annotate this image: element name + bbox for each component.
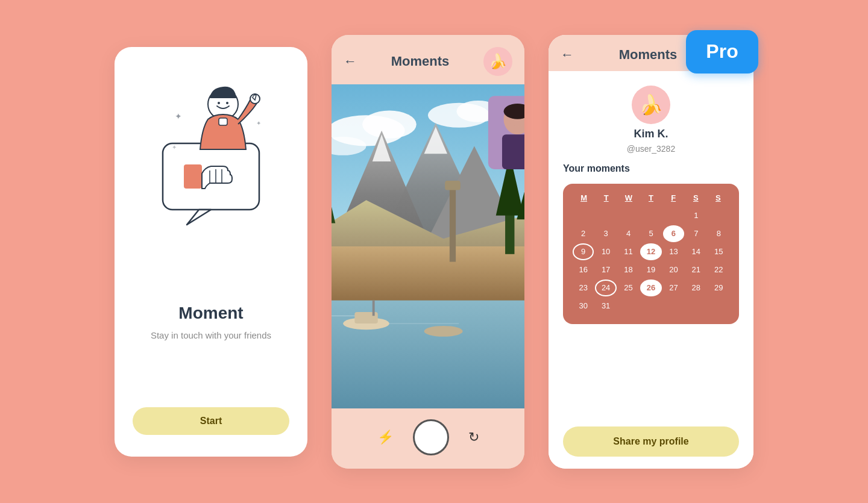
calendar-header: M T W T F S S [573,193,729,202]
cal-cell-3: 3 [595,225,616,242]
cal-header-m: M [573,193,595,202]
cal-cell [573,207,594,224]
back-arrow-icon[interactable]: ← [561,47,574,63]
cal-cell-23: 23 [573,280,594,296]
cal-header-f: F [662,193,685,202]
profile-handle: @user_3282 [627,144,675,154]
profile-card: ← Moments 🍌 Kim K. @user_3282 Your momen… [549,35,753,469]
cal-cell-5: 5 [640,225,661,242]
cal-cell-13: 13 [663,243,684,260]
svg-text:✦: ✦ [256,120,261,127]
svg-text:✦: ✦ [172,144,177,151]
shutter-button[interactable] [413,419,449,455]
cal-cell-11: 11 [618,243,639,260]
cal-cell-17: 17 [595,261,616,278]
svg-rect-46 [502,134,524,169]
svg-rect-42 [373,300,375,316]
svg-rect-2 [184,164,202,189]
cal-cell-28: 28 [685,280,706,296]
cal-header-t1: T [595,193,617,202]
cal-cell [663,207,684,224]
profile-name: Kim K. [634,128,668,140]
cal-cell-15: 15 [708,243,729,260]
cal-cell-18: 18 [618,261,639,278]
cal-cell-14: 14 [685,243,706,260]
cal-cell-31: 31 [595,298,616,314]
cal-cell [640,207,661,224]
svg-point-16 [362,110,417,138]
calendar: M T W T F S S 1 [563,184,739,324]
calendar-grid: 1 2 3 4 5 6 7 8 9 10 11 12 13 14 [573,207,729,314]
camera-title: Moments [391,54,450,69]
svg-marker-1 [187,210,211,225]
cal-cell [640,298,661,314]
cal-cell-12: 12 [640,243,661,260]
welcome-subtitle: Stay in touch with your friends [151,329,271,343]
profile-info: 🍌 Kim K. @user_3282 [563,86,739,154]
cal-cell-2: 2 [573,225,594,242]
camera-controls: ⚡ ↻ [332,408,524,469]
cal-cell [595,207,616,224]
cal-header-t2: T [640,193,662,202]
cal-cell-9: 9 [573,243,594,260]
cal-cell-16: 16 [573,261,594,278]
welcome-title: Moment [151,304,271,323]
cal-cell-30: 30 [573,298,594,314]
cal-cell-27: 27 [663,280,684,296]
cal-cell [618,298,639,314]
share-profile-button[interactable]: Share my profile [563,426,739,457]
cal-header-s1: S [685,193,707,202]
cal-cell [708,298,729,314]
welcome-card: ✦ ✦ ✦ Moment Stay in touch with your fri… [115,47,307,457]
flash-icon[interactable]: ⚡ [377,430,394,445]
cal-cell [685,298,706,314]
cal-cell-6: 6 [663,225,684,242]
cal-cell-25: 25 [618,280,639,296]
cal-cell [618,207,639,224]
cal-cell-22: 22 [708,261,729,278]
cal-cell-7: 7 [685,225,706,242]
svg-point-43 [424,325,463,336]
profile-body: 🍌 Kim K. @user_3282 Your moments M T W T… [549,71,753,469]
camera-header: ← Moments 🍌 [332,35,524,84]
welcome-text: Moment Stay in touch with your friends [151,304,271,343]
svg-text:✦: ✦ [175,111,182,121]
cal-header-s2: S [707,193,729,202]
rotate-icon[interactable]: ↻ [468,430,479,445]
svg-point-7 [218,102,220,104]
camera-card: ← Moments 🍌 [332,35,524,469]
cal-header-w: W [617,193,640,202]
cal-cell-10: 10 [595,243,616,260]
cal-cell-29: 29 [708,280,729,296]
svg-rect-26 [332,246,524,308]
welcome-illustration: ✦ ✦ ✦ [145,71,277,240]
back-arrow-icon[interactable]: ← [344,54,357,69]
cal-cell-1: 1 [685,207,706,224]
svg-rect-38 [450,184,456,261]
photo-area [332,84,524,408]
profile-card-wrapper: Pro ← Moments 🍌 Kim K. @user_3282 Your m… [549,35,753,469]
cal-cell [663,298,684,314]
cal-cell-8: 8 [708,225,729,242]
start-button[interactable]: Start [133,407,289,435]
avatar: 🍌 [483,47,512,76]
cal-cell-20: 20 [663,261,684,278]
cal-cell-19: 19 [640,261,661,278]
cal-cell-24: 24 [595,280,616,296]
svg-rect-39 [445,181,461,190]
profile-avatar: 🍌 [632,86,670,124]
pro-badge: Pro [686,30,758,73]
cal-cell [708,207,729,224]
cal-cell-21: 21 [685,261,706,278]
cal-cell-26: 26 [640,280,661,296]
cal-cell-4: 4 [618,225,639,242]
svg-point-8 [226,102,228,104]
moments-section-label: Your moments [563,163,739,174]
svg-rect-9 [219,118,227,125]
